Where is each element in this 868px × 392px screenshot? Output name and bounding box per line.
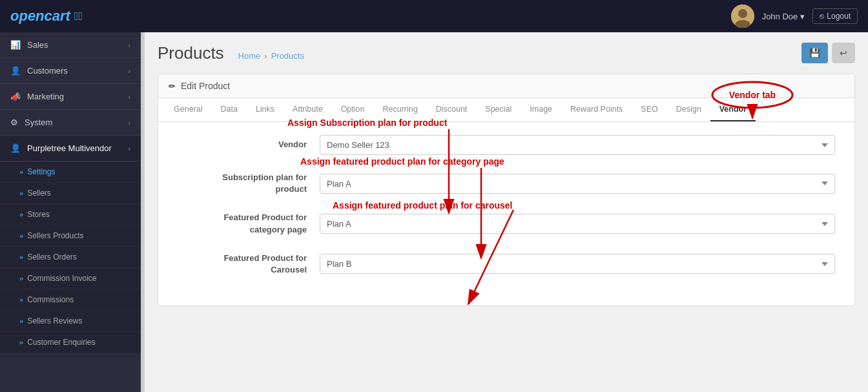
featured-carousel-select[interactable]: Plan A Plan B bbox=[320, 254, 835, 274]
sidebar-item-label: Customers bbox=[27, 66, 68, 76]
breadcrumb-home[interactable]: Home bbox=[238, 51, 261, 61]
sidebar-item-label: Purpletree Multivendor bbox=[27, 143, 112, 153]
sales-icon: 📊 bbox=[10, 40, 21, 50]
breadcrumb: Home › Products bbox=[238, 51, 304, 61]
layout: 📊 Sales › 👤 Customers › 📣 Marketing › ⚙ … bbox=[0, 32, 868, 392]
sidebar-sub-commission-invoice[interactable]: Commission Invoice bbox=[0, 268, 141, 289]
sidebar-item-purpletree[interactable]: 👤 Purpletree Multivendor › bbox=[0, 136, 141, 161]
sidebar-item-system[interactable]: ⚙ System › bbox=[0, 110, 141, 136]
avatar bbox=[731, 5, 754, 28]
form-row-featured-category: Featured Product forcategory page Plan A… bbox=[178, 212, 835, 235]
chevron-down-icon: ▾ bbox=[800, 12, 805, 21]
system-icon: ⚙ bbox=[10, 118, 18, 127]
edit-product-card: ✏ Edit Product General Data Links Attrib… bbox=[158, 74, 855, 306]
subscription-label: Subscription plan forproduct bbox=[178, 172, 320, 195]
sidebar-sub-menu: Settings Sellers Stores Sellers Products… bbox=[0, 161, 141, 353]
sidebar-sub-commissions[interactable]: Commissions bbox=[0, 289, 141, 311]
sidebar-sub-settings[interactable]: Settings bbox=[0, 161, 141, 183]
sidebar-item-label: System bbox=[25, 118, 52, 127]
vendor-select[interactable]: Demo Seller 123 bbox=[320, 135, 835, 155]
page-title-left: Products Home › Products bbox=[158, 43, 304, 63]
sidebar-sub-stores[interactable]: Stores bbox=[0, 204, 141, 225]
tab-option[interactable]: Option bbox=[332, 98, 374, 121]
tab-recurring[interactable]: Recurring bbox=[373, 98, 426, 121]
sidebar-item-label: Sales bbox=[27, 40, 48, 50]
sidebar-item-customers[interactable]: 👤 Customers › bbox=[0, 58, 141, 84]
header-right: John Doe ▾ ⎋ Logout bbox=[731, 5, 858, 28]
logo-text: opencart bbox=[10, 8, 70, 25]
breadcrumb-current: Products bbox=[271, 51, 304, 61]
sidebar-sub-customer-enquiries[interactable]: Customer Enquiries bbox=[0, 332, 141, 353]
chevron-right-icon: › bbox=[128, 93, 130, 101]
tab-data[interactable]: Data bbox=[211, 98, 246, 121]
chevron-right-icon: › bbox=[128, 145, 130, 152]
svg-point-1 bbox=[738, 9, 747, 18]
tab-attribute[interactable]: Attribute bbox=[284, 98, 332, 121]
featured-carousel-select-wrap: Plan A Plan B bbox=[320, 254, 835, 274]
card-header-title: Edit Product bbox=[181, 81, 230, 91]
sidebar: 📊 Sales › 👤 Customers › 📣 Marketing › ⚙ … bbox=[0, 32, 141, 392]
card-header: ✏ Edit Product bbox=[158, 74, 854, 98]
header-actions: 💾 ↩ bbox=[801, 43, 855, 63]
logo-cart-icon: ⌒̈ bbox=[74, 10, 83, 23]
edit-icon: ✏ bbox=[169, 81, 176, 91]
tab-general[interactable]: General bbox=[165, 98, 211, 121]
form-row-featured-carousel: Featured Product forCarousel Plan A Plan… bbox=[178, 253, 835, 276]
tab-image[interactable]: Image bbox=[521, 98, 561, 121]
sidebar-item-label: Marketing bbox=[27, 92, 64, 101]
tabs: General Data Links Attribute Option Recu… bbox=[158, 98, 854, 122]
tab-special[interactable]: Special bbox=[476, 98, 521, 121]
chevron-right-icon: › bbox=[128, 41, 130, 49]
vendor-select-wrap: Demo Seller 123 bbox=[320, 135, 835, 155]
sidebar-sub-sellers-reviews[interactable]: Sellers Reviews bbox=[0, 311, 141, 332]
tab-design[interactable]: Design bbox=[667, 98, 710, 121]
sidebar-sub-sellers-products[interactable]: Sellers Products bbox=[0, 225, 141, 247]
main-content: Products Home › Products 💾 ↩ ✏ Edit Prod… bbox=[145, 32, 868, 392]
subscription-select-wrap: Plan A Plan B bbox=[320, 174, 835, 194]
logout-button[interactable]: ⎋ Logout bbox=[812, 8, 858, 24]
featured-category-select[interactable]: Plan A Plan B bbox=[320, 214, 835, 234]
sidebar-item-marketing[interactable]: 📣 Marketing › bbox=[0, 84, 141, 110]
tab-seo[interactable]: SEO bbox=[632, 98, 666, 121]
tab-vendor[interactable]: Vendor bbox=[710, 98, 756, 121]
tab-discount[interactable]: Discount bbox=[427, 98, 477, 121]
chevron-right-icon: › bbox=[128, 119, 130, 127]
form-row-vendor: Vendor Demo Seller 123 bbox=[178, 135, 835, 155]
page-title: Products bbox=[158, 43, 224, 63]
customers-icon: 👤 bbox=[10, 66, 21, 76]
breadcrumb-separator: › bbox=[264, 51, 267, 61]
logo: opencart ⌒̈ bbox=[10, 8, 83, 25]
header: opencart ⌒̈ John Doe ▾ ⎋ Logout bbox=[0, 0, 868, 32]
tab-reward-points[interactable]: Reward Points bbox=[561, 98, 632, 121]
featured-category-label: Featured Product forcategory page bbox=[178, 212, 320, 235]
sidebar-item-sales[interactable]: 📊 Sales › bbox=[0, 32, 141, 58]
save-button[interactable]: 💾 bbox=[801, 43, 828, 63]
user-name[interactable]: John Doe ▾ bbox=[762, 12, 805, 21]
featured-carousel-label: Featured Product forCarousel bbox=[178, 253, 320, 276]
featured-category-select-wrap: Plan A Plan B bbox=[320, 214, 835, 234]
logout-icon: ⎋ bbox=[820, 12, 824, 21]
vendor-label: Vendor bbox=[178, 139, 320, 150]
back-button[interactable]: ↩ bbox=[832, 43, 855, 63]
sidebar-sub-sellers-orders[interactable]: Sellers Orders bbox=[0, 247, 141, 268]
form-row-subscription: Subscription plan forproduct Plan A Plan… bbox=[178, 172, 835, 195]
subscription-select[interactable]: Plan A Plan B bbox=[320, 174, 835, 194]
page-title-row: Products Home › Products 💾 ↩ bbox=[158, 43, 855, 63]
chevron-right-icon: › bbox=[128, 67, 130, 75]
form-area: Vendor Demo Seller 123 Subscription plan… bbox=[158, 122, 854, 305]
tab-links[interactable]: Links bbox=[247, 98, 284, 121]
marketing-icon: 📣 bbox=[10, 92, 21, 101]
purpletree-icon: 👤 bbox=[10, 143, 21, 153]
sidebar-sub-sellers[interactable]: Sellers bbox=[0, 183, 141, 204]
